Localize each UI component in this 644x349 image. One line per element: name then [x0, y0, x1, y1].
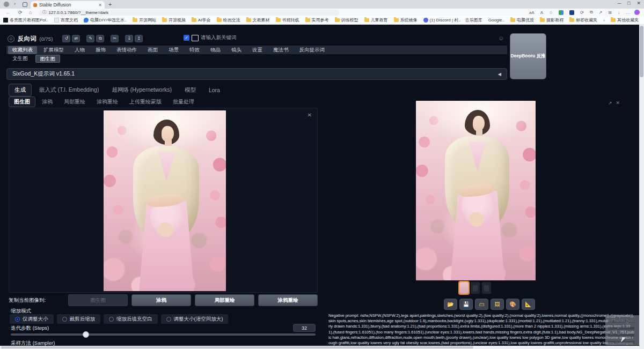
downloads-icon[interactable]: ↓	[618, 10, 620, 15]
profile-avatar-icon[interactable]	[4, 2, 9, 7]
edit-icon[interactable]: ✎	[86, 35, 94, 42]
bookmark-item[interactable]: 摄影教程	[540, 17, 564, 23]
tab-extended-models[interactable]: 扩展模型	[39, 46, 68, 54]
export-icon[interactable]: ↥	[135, 35, 143, 42]
font-size-icon[interactable]: aA	[529, 10, 535, 15]
tab-favorites[interactable]: 收藏列表	[8, 46, 37, 54]
bookmark-item[interactable]: 开源视频	[162, 17, 186, 23]
resize-just-resize[interactable]: 仅调整大小	[10, 314, 54, 324]
copy-to-inpaint-button[interactable]: 局部重绘	[195, 294, 254, 306]
steps-slider[interactable]	[11, 333, 316, 336]
browser-tab[interactable]: Stable Diffusion ✕	[31, 1, 105, 9]
import-icon[interactable]: ↧	[125, 35, 133, 42]
share-icon[interactable]: ↗	[599, 10, 603, 15]
tab-models[interactable]: 模型	[179, 84, 201, 96]
resize-crop[interactable]: 裁剪后缩放	[57, 314, 101, 324]
maximize-button[interactable]: □	[627, 1, 630, 6]
tab-items[interactable]: 物品	[206, 46, 225, 54]
tab-expression[interactable]: 表情动作	[112, 46, 141, 54]
refresh-sync-icon[interactable]: ⟳	[580, 10, 584, 15]
bookmark-item[interactable]: 系统镜像	[394, 17, 418, 23]
favorite-star-icon[interactable]: ☆	[549, 10, 553, 15]
home-icon[interactable]: ⌂	[29, 10, 32, 15]
resize-latent-upscale[interactable]: 调整大小(潜空间放大)	[161, 314, 229, 324]
emoji-icon[interactable]: ☺	[498, 35, 504, 41]
sixgod-accordion[interactable]: SixGod_K提示词 v1.65.1 ◀	[6, 68, 507, 80]
save-zip-icon[interactable]: 🗃	[475, 299, 488, 310]
tab-clothing[interactable]: 服饰	[91, 46, 110, 54]
bookmark-item[interactable]: 音乐图库	[465, 17, 482, 23]
bookmark-item[interactable]: 各类图片教程图Pol..	[3, 17, 48, 23]
site-info-icon[interactable]: ⓘ	[42, 10, 47, 15]
send-to-img2img-icon[interactable]: 🖼	[491, 299, 504, 310]
tab-inpaint[interactable]: 局部重绘	[59, 97, 90, 107]
bookmark-item[interactable]: 百度文档	[54, 17, 78, 23]
resize-fill[interactable]: 缩放后填充空白	[104, 314, 158, 324]
thumbnail-selected[interactable]	[459, 282, 469, 294]
fullscreen-icon[interactable]: ↗	[608, 100, 612, 106]
tab-negative-prompts[interactable]: 反向提示词	[295, 46, 330, 54]
vertical-tabs-icon[interactable]	[23, 2, 27, 7]
tab-batch[interactable]: 批量处理	[168, 97, 199, 107]
tab-img2img-mode[interactable]: 图生图	[35, 55, 61, 63]
more-menu-icon[interactable]: …	[626, 10, 630, 15]
bookmark-item[interactable]: 电脑DIY/华强北水..	[84, 17, 127, 23]
read-aloud-icon[interactable]: A	[540, 10, 543, 15]
thumbnail[interactable]	[471, 282, 480, 294]
bookmark-item[interactable]: 电脑优质	[510, 17, 534, 23]
vertical-scrollbar-thumb[interactable]	[640, 26, 643, 77]
tab-picture[interactable]: 画面	[143, 46, 162, 54]
tab-inpaint-upload[interactable]: 上传重绘蒙版	[125, 97, 166, 107]
copilot-icon[interactable]	[634, 10, 640, 15]
horizontal-scrollbar-thumb[interactable]	[1, 346, 473, 348]
bookmark-item[interactable]: 文教素材	[246, 17, 270, 23]
bookmark-item[interactable]: 实用参考	[305, 17, 329, 23]
tab-close-icon[interactable]: ✕	[98, 3, 102, 8]
slider-thumb[interactable]	[83, 331, 89, 338]
tab-lora[interactable]: Lora	[203, 85, 225, 95]
tab-generate[interactable]: 生成	[9, 84, 32, 96]
tab-scene[interactable]: 场景	[164, 46, 183, 54]
tab-embedding[interactable]: 嵌入式 (T.I. Embedding)	[34, 84, 104, 96]
swap-icon[interactable]: ⇄	[72, 35, 80, 42]
split-screen-icon[interactable]: ⧉	[590, 10, 593, 15]
new-tab-button[interactable]: +	[108, 1, 112, 8]
tab-magic-book[interactable]: 魔法书	[269, 46, 293, 54]
deepbooru-button[interactable]: DeepBooru 反推	[510, 33, 546, 79]
thumbnail[interactable]	[482, 282, 491, 294]
vertical-scrollbar[interactable]	[639, 25, 644, 346]
undo-icon[interactable]: ↺	[62, 35, 70, 42]
other-favorites[interactable]: 其他收藏夹	[611, 17, 639, 23]
tab-sketch[interactable]: 涂鸦	[37, 97, 57, 107]
bookmark-item[interactable]: 书籍转载	[276, 17, 299, 23]
minimize-button[interactable]: ─	[618, 1, 621, 6]
send-to-inpaint-icon[interactable]: 🎨	[506, 299, 519, 310]
save-image-icon[interactable]: 💾	[459, 299, 473, 310]
send-to-extras-icon[interactable]: 📐	[522, 299, 535, 310]
bookmark-item[interactable]: 开源网站	[133, 17, 156, 23]
steps-value[interactable]: 32	[293, 324, 316, 332]
tab-search-icon[interactable]: ›	[14, 1, 16, 6]
source-image[interactable]	[104, 110, 226, 291]
tab-txt2img[interactable]: 文生图	[8, 55, 32, 63]
url-bar[interactable]: ⓘ 127.0.0.1:7860/?__theme=dark	[39, 10, 339, 16]
copy-icon[interactable]: ⧉	[96, 35, 104, 42]
refresh-icon[interactable]: ⟳	[18, 10, 23, 15]
close-gallery-icon[interactable]: ✕	[616, 100, 620, 106]
tab-character[interactable]: 人物	[70, 46, 89, 54]
remove-image-icon[interactable]: ✕	[308, 112, 312, 118]
bookmark-item[interactable]: Google..	[488, 18, 504, 23]
plugin-collapse-icon[interactable]: ☺	[8, 35, 14, 42]
keyword-input[interactable]	[192, 35, 199, 41]
collections-icon[interactable]: ⊞	[608, 10, 612, 15]
bookmark-item[interactable]: 训练模型	[335, 17, 358, 23]
bookmark-item[interactable]: (1) Discord | 村..	[423, 17, 461, 23]
bookmark-item[interactable]: 儿童教育	[364, 17, 388, 23]
back-icon[interactable]: ←	[5, 10, 10, 15]
copy-to-sketch-button[interactable]: 涂鸦	[131, 294, 191, 306]
open-folder-icon[interactable]: 📂	[444, 299, 457, 310]
bookmark-item[interactable]: AI学会	[192, 17, 211, 23]
cut-icon[interactable]: ✂	[111, 35, 119, 42]
copy-to-inpaint-sketch-button[interactable]: 涂鸦重绘	[258, 294, 318, 306]
bookmark-item[interactable]: 标签收藏夹	[569, 17, 597, 23]
